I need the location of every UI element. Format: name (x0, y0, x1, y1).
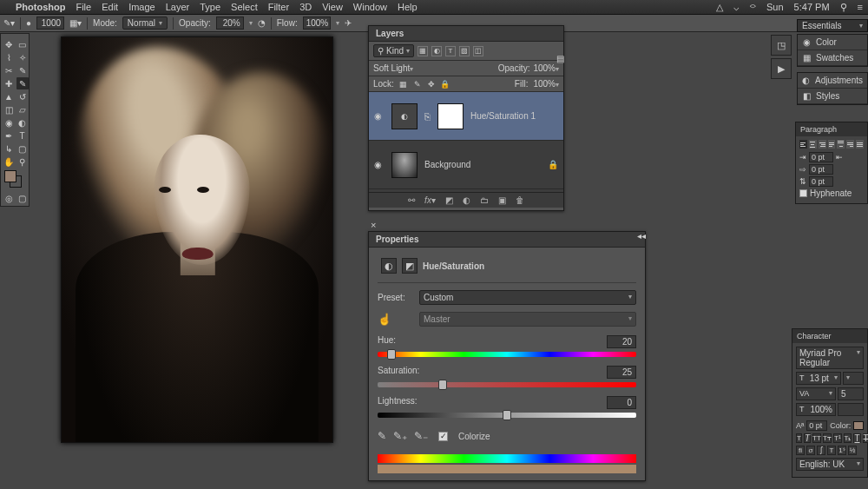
filter-type-icon[interactable]: T (445, 46, 456, 56)
justify-left-icon[interactable] (828, 140, 836, 149)
saturation-value[interactable]: 25 (607, 366, 636, 379)
align-left-icon[interactable] (799, 140, 807, 149)
lock-pixels-icon[interactable]: ✎ (413, 80, 422, 89)
indent-left-field[interactable]: 0 pt (809, 152, 833, 162)
blend-mode-select[interactable]: Normal▾ (122, 17, 168, 30)
dodge-tool[interactable]: ◐ (16, 116, 29, 129)
gradient-tool[interactable]: ▱ (16, 103, 29, 116)
stamp-tool[interactable]: ▲ (3, 90, 15, 102)
fx-icon[interactable]: fx▾ (424, 195, 436, 205)
tracking-field[interactable]: 5 (838, 387, 864, 400)
menu-layer[interactable]: Layer (166, 2, 190, 12)
layer-opacity-field[interactable]: 100%▾ (533, 63, 559, 73)
brush-tool[interactable]: ✎ (16, 77, 29, 89)
history-brush-tool[interactable]: ↺ (16, 90, 29, 102)
align-right-icon[interactable] (819, 140, 826, 149)
indent-first-field[interactable]: 0 pt (809, 164, 833, 175)
lightness-value[interactable]: 0 (607, 396, 636, 409)
styles-panel-tab[interactable]: ◧Styles (798, 89, 867, 104)
layer-name[interactable]: Hue/Saturation 1 (470, 111, 536, 121)
text-color-swatch[interactable] (853, 421, 864, 430)
character-tab[interactable]: Character (792, 329, 867, 343)
foreground-color-swatch[interactable] (4, 170, 16, 182)
vscale-field[interactable]: T100% (796, 403, 836, 416)
chevron-down-icon[interactable]: ▾ (336, 19, 339, 27)
eraser-tool[interactable]: ◫ (3, 103, 15, 116)
workspace-switcher[interactable]: Essentials▾ (797, 19, 868, 32)
filter-shape-icon[interactable]: ▨ (459, 46, 470, 56)
mask-type-icon[interactable]: ◩ (402, 258, 418, 274)
filter-adjust-icon[interactable]: ◐ (431, 46, 442, 56)
bluetooth-icon[interactable]: ⌵ (733, 2, 740, 13)
visibility-icon[interactable]: ◉ (374, 111, 385, 122)
channel-select[interactable]: Master▾ (419, 312, 636, 327)
smallcaps-icon[interactable]: Tᴛ (823, 433, 832, 443)
history-panel-icon[interactable]: ◳ (771, 35, 792, 56)
mask-icon[interactable]: ◩ (445, 195, 453, 205)
subscript-icon[interactable]: T₁ (844, 433, 852, 443)
menu-filter[interactable]: Filter (268, 2, 289, 12)
menu-edit[interactable]: Edit (102, 2, 118, 12)
flow-field[interactable]: 100% (303, 17, 331, 30)
layer-item[interactable]: ◉ Background 🔒 (369, 141, 563, 189)
font-size-field[interactable]: T13 pt▾ (796, 372, 841, 385)
layer-item[interactable]: ◉ ◐ ⎘ Hue/Saturation 1 (369, 92, 563, 141)
tool-preset-icon[interactable]: ✎▾ (3, 18, 15, 28)
adjustments-panel-tab[interactable]: ◐Adjustments (798, 73, 867, 89)
ot-std-icon[interactable]: σ (806, 446, 815, 455)
panel-menu-icon[interactable]: ▤ (556, 54, 564, 63)
wifi-icon[interactable]: ⌔ (750, 2, 756, 12)
layers-tab[interactable]: Layers (369, 26, 563, 42)
adjustment-type-icon[interactable]: ◐ (381, 258, 397, 274)
magic-wand-tool[interactable]: ✧ (16, 51, 29, 63)
pen-tool[interactable]: ✒ (3, 129, 15, 142)
slider-thumb[interactable] (387, 349, 396, 360)
zoom-tool[interactable]: ⚲ (16, 155, 29, 168)
justify-center-icon[interactable] (837, 140, 845, 149)
menu-select[interactable]: Select (231, 2, 258, 12)
crop-tool[interactable]: ✂ (3, 64, 15, 76)
menu-file[interactable]: File (76, 2, 91, 12)
hyphenate-checkbox[interactable] (799, 189, 807, 197)
ot-titling-icon[interactable]: T (827, 446, 836, 455)
preset-select[interactable]: Custom▾ (419, 290, 636, 305)
trash-icon[interactable]: 🗑 (516, 195, 524, 205)
healing-tool[interactable]: ✚ (3, 77, 15, 89)
path-tool[interactable]: ↳ (3, 142, 15, 155)
saturation-slider[interactable] (378, 382, 636, 387)
baseline-field[interactable]: 0 pt (806, 420, 827, 431)
adjustment-icon[interactable]: ◐ (463, 195, 470, 205)
hand-tool[interactable]: ✋ (3, 155, 15, 168)
eyedropper-icon[interactable]: ✎ (378, 430, 386, 442)
move-tool[interactable]: ✥ (3, 38, 15, 50)
ot-ord-icon[interactable]: 1ˢ (838, 446, 846, 455)
cloud-icon[interactable]: △ (716, 2, 723, 13)
lock-all-icon[interactable]: 🔒 (441, 80, 450, 89)
color-swatches[interactable] (3, 169, 29, 191)
paragraph-tab[interactable]: Paragraph (796, 122, 867, 136)
hue-value[interactable]: 20 (607, 335, 636, 348)
properties-tab[interactable]: Properties (369, 232, 645, 248)
menu-type[interactable]: Type (200, 2, 220, 12)
slider-thumb[interactable] (438, 380, 447, 390)
link-icon[interactable]: ⎘ (424, 111, 431, 122)
menu-view[interactable]: View (322, 2, 343, 12)
screenmode-icon[interactable]: ▢ (16, 192, 29, 204)
ot-fi-icon[interactable]: fi (796, 446, 805, 455)
lock-transparent-icon[interactable]: ▦ (399, 80, 408, 89)
layer-thumb[interactable] (391, 152, 418, 178)
font-family-select[interactable]: Myriad Pro Regular▾ (796, 347, 864, 369)
eyedropper-tool[interactable]: ✎ (16, 64, 29, 76)
swatches-panel-tab[interactable]: ▦Swatches (798, 50, 867, 66)
language-select[interactable]: English: UK▾ (796, 458, 864, 471)
menu-help[interactable]: Help (398, 2, 418, 12)
new-layer-icon[interactable]: ▣ (498, 195, 506, 205)
color-panel-tab[interactable]: ◉Color (798, 35, 867, 50)
allcaps-icon[interactable]: TT (812, 433, 821, 443)
colorize-checkbox[interactable]: ✓ (438, 432, 448, 441)
lightness-slider[interactable] (378, 413, 636, 418)
close-icon[interactable]: × (371, 220, 376, 230)
opacity-field[interactable]: 20% (216, 17, 244, 30)
leading-field[interactable]: ▾ (843, 372, 864, 385)
app-name[interactable]: Photoshop (16, 2, 65, 12)
